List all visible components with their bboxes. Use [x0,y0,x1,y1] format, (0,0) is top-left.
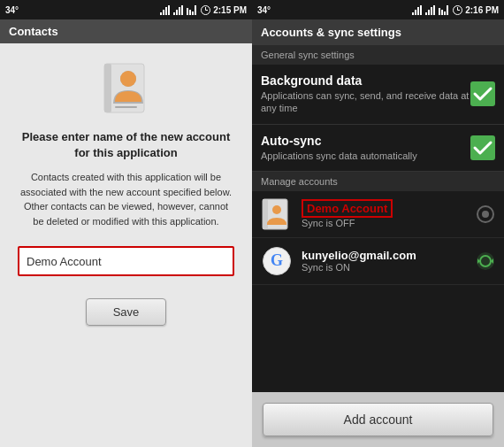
svg-rect-8 [187,8,188,15]
gmail-account-info: kunyelio@gmail.com Sync is ON [302,249,467,273]
google-g-icon: G [263,247,291,275]
general-sync-section-header: General sync settings [252,45,504,65]
svg-point-41 [482,211,489,218]
green-checkmark-icon [470,81,495,106]
left-panel: 34° [0,0,252,447]
demo-account-info: Demo Account Sync is OFF [302,199,467,228]
right-status-icons: 2:16 PM [412,5,499,15]
gmail-account-name: kunyelio@gmail.com [302,249,467,262]
account-name-input[interactable] [27,255,225,268]
right-wifi-icon [412,5,423,15]
background-data-row[interactable]: Background data Applications can sync, s… [252,65,504,125]
svg-rect-21 [415,10,416,15]
left-temp: 34° [5,5,19,15]
svg-rect-10 [192,12,194,15]
auto-sync-title: Auto-sync [261,134,470,148]
right-signal-icon [438,5,450,15]
right-network-icon [425,5,435,15]
svg-rect-26 [431,7,432,15]
gmail-account-status: Sync is ON [302,262,467,273]
svg-rect-5 [176,10,178,15]
svg-point-18 [120,71,136,87]
demo-account-icon [261,198,293,230]
demo-account-row[interactable]: Demo Account Sync is OFF [252,191,504,238]
contacts-book-icon [261,198,293,230]
add-account-bar: Add account [252,392,504,447]
gmail-account-row[interactable]: G kunyelio@gmail.com Sync is ON [252,238,504,285]
add-account-button[interactable]: Add account [263,403,493,436]
svg-rect-23 [420,5,422,15]
gmail-account-icon: G [261,245,293,277]
right-panel: 34° [252,0,504,447]
svg-rect-30 [444,12,446,15]
right-header: Accounts & sync settings [252,19,504,45]
svg-rect-3 [168,5,170,15]
svg-rect-1 [163,10,164,15]
wifi-icon [160,5,171,15]
auto-sync-check [470,135,495,160]
left-header: Contacts [0,19,252,43]
svg-rect-16 [104,64,111,112]
gmail-sync-indicator [476,251,495,271]
signal-icon [186,5,198,15]
svg-rect-9 [189,10,191,15]
right-temp: 34° [257,5,271,15]
svg-rect-6 [179,7,180,15]
auto-sync-checkmark-icon [470,135,495,160]
svg-point-39 [272,205,281,214]
instruction-body: Contacts created with this application w… [18,170,234,228]
demo-account-name: Demo Account [302,199,393,218]
svg-rect-4 [173,12,175,15]
left-content: Please enter name of the new account for… [0,43,252,447]
svg-rect-0 [160,12,162,15]
svg-rect-28 [439,8,440,15]
svg-rect-29 [441,10,443,15]
sync-off-icon [477,205,494,223]
svg-rect-27 [433,5,435,15]
right-time: 2:16 PM [465,5,499,15]
right-content: General sync settings Background data Ap… [252,45,504,447]
background-data-desc: Applications can sync, send, and receive… [261,89,470,115]
save-button[interactable]: Save [86,298,167,326]
right-status-bar: 34° [252,0,504,19]
svg-rect-2 [165,7,167,15]
auto-sync-desc: Applications sync data automatically [261,150,470,162]
left-time: 2:15 PM [213,5,247,15]
background-data-check [470,81,495,106]
auto-sync-text: Auto-sync Applications sync data automat… [261,134,470,162]
svg-rect-25 [428,10,430,15]
network-icon [173,5,183,15]
clock-icon [201,5,210,15]
background-data-title: Background data [261,73,470,88]
spacer [252,285,504,392]
svg-rect-19 [115,106,137,108]
svg-rect-31 [447,5,448,15]
right-clock-icon [453,5,462,15]
svg-rect-24 [425,12,427,15]
instruction-title: Please enter name of the new account for… [18,129,234,161]
left-status-bar: 34° [0,0,252,19]
demo-sync-indicator [476,204,495,224]
background-data-text: Background data Applications can sync, s… [261,73,470,115]
manage-accounts-section-header: Manage accounts [252,172,504,191]
account-input-wrapper[interactable] [18,246,234,276]
contacts-app-icon [97,59,155,117]
auto-sync-row[interactable]: Auto-sync Applications sync data automat… [252,125,504,172]
svg-rect-20 [412,12,414,15]
left-status-icons: 2:15 PM [160,5,247,15]
contacts-icon-wrapper [95,57,157,119]
svg-rect-22 [417,7,419,15]
svg-rect-7 [181,5,183,15]
svg-rect-11 [195,5,196,15]
sync-on-icon [476,251,495,271]
demo-account-status: Sync is OFF [302,218,467,228]
